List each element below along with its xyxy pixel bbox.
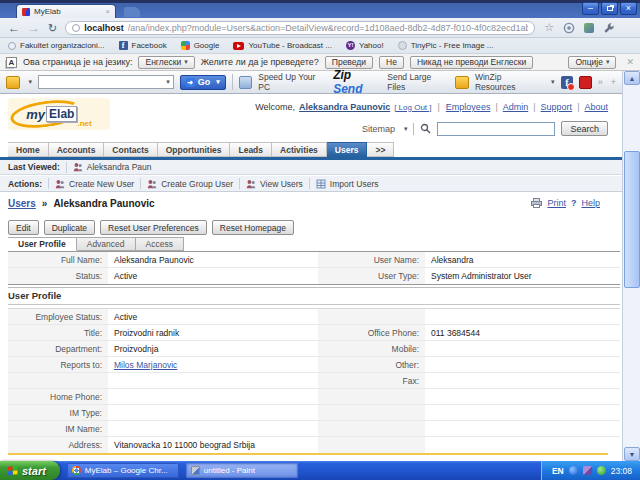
system-tray: EN 23:08 <box>541 461 640 480</box>
record-action-button[interactable]: Edit <box>8 220 39 235</box>
field-value <box>425 389 620 404</box>
user-icon <box>246 179 256 189</box>
bookmark-item[interactable]: YouTube - Broadcast ... <box>233 41 331 50</box>
toolbar-add-icon[interactable]: + <box>611 77 616 87</box>
bookmark-star-icon[interactable]: ☆ <box>544 21 554 34</box>
myelab-logo[interactable]: myElab.net <box>8 98 110 130</box>
back-button-icon[interactable]: ← <box>8 22 20 34</box>
record-action-buttons: EditDuplicateReset User PreferencesReset… <box>8 220 294 235</box>
detail-tab[interactable]: User Profile <box>8 237 77 251</box>
start-button[interactable]: start <box>0 461 60 480</box>
reload-button-icon[interactable]: ↻ <box>48 22 57 34</box>
tray-icon-green[interactable] <box>597 466 606 475</box>
scroll-down-icon[interactable]: ▼ <box>624 447 640 461</box>
go-button[interactable]: ➜Go▾ <box>180 75 226 90</box>
restore-button[interactable] <box>601 2 618 15</box>
action-item[interactable]: Create New User <box>55 179 134 189</box>
record-action-button[interactable]: Reset Homepage <box>212 220 294 235</box>
action-item[interactable]: View Users <box>246 179 303 189</box>
extension-eye-icon[interactable] <box>563 22 575 34</box>
header-link[interactable]: Admin <box>503 102 529 112</box>
field-value: Proizvodni radnik <box>108 325 318 340</box>
header-link[interactable]: Support <box>541 102 573 112</box>
bookmark-item[interactable]: TinyPic - Free Image ... <box>398 41 494 50</box>
toolbar-overflow-icon[interactable]: » <box>598 77 603 87</box>
infobar-close-icon[interactable]: ✕ <box>626 57 634 67</box>
extension-square-icon[interactable] <box>584 23 594 33</box>
tab-close-icon[interactable]: × <box>105 8 110 16</box>
sitemap-label[interactable]: Sitemap <box>362 124 395 134</box>
translate-button[interactable]: Преведи <box>325 56 373 69</box>
translate-options-button[interactable]: Опције▾ <box>568 56 616 69</box>
wrench-menu-icon[interactable] <box>603 22 615 34</box>
module-tab[interactable]: Opportunities <box>158 142 231 157</box>
detail-tab[interactable]: Advanced <box>77 237 136 251</box>
print-icon[interactable] <box>531 198 542 208</box>
table-row: Address: Vitanovacka 10 11000 beograd Sr… <box>8 437 620 453</box>
module-tab[interactable]: >> <box>367 142 394 157</box>
record-action-button[interactable]: Reset User Preferences <box>100 220 207 235</box>
module-tab[interactable]: Activities <box>272 142 327 157</box>
winzip-icon[interactable] <box>6 76 20 89</box>
detail-tab[interactable]: Access <box>136 237 184 251</box>
search-button[interactable]: Search <box>561 121 608 136</box>
bookmark-favicon-icon <box>346 41 355 50</box>
vertical-scrollbar[interactable]: ▲ ▼ <box>622 71 640 461</box>
winzip-resources-label[interactable]: WinZip Resources <box>475 72 542 92</box>
breadcrumb-module-link[interactable]: Users <box>8 198 36 209</box>
last-viewed-item[interactable]: Aleksandra Paun <box>73 162 152 172</box>
last-viewed-label: Last Viewed: <box>8 162 60 172</box>
browser-tab[interactable]: MyElab × <box>16 4 116 18</box>
chevron-down-icon[interactable]: ▾ <box>29 78 33 86</box>
current-user-link[interactable]: Aleksandra Paunovic <box>299 102 390 112</box>
toolbar-search-input[interactable]: ▾ <box>38 75 174 89</box>
action-item[interactable]: Create Group User <box>147 179 233 189</box>
close-button[interactable]: × <box>620 2 637 15</box>
new-tab-button[interactable] <box>124 7 140 17</box>
bookmark-item[interactable]: Fakultet organizacioni... <box>8 41 105 50</box>
facebook-notification-icon[interactable] <box>561 76 574 89</box>
record-action-button[interactable]: Duplicate <box>44 220 95 235</box>
forward-button-icon[interactable]: → <box>28 22 40 34</box>
field-value[interactable]: Milos Marjanovic <box>108 357 318 372</box>
zipsend-logo[interactable]: Zip Send <box>333 68 381 96</box>
table-row: Fax: <box>8 373 620 389</box>
scrollbar-thumb[interactable] <box>624 151 640 288</box>
bookmark-item[interactable]: Yahoo! <box>346 41 384 50</box>
module-tab[interactable]: Home <box>8 142 49 157</box>
module-tab[interactable]: Leads <box>230 142 272 157</box>
red-badge-icon[interactable] <box>579 76 592 89</box>
speedup-label[interactable]: Speed Up Your PC <box>258 72 327 92</box>
language-indicator[interactable]: EN <box>552 466 564 476</box>
send-large-files-label[interactable]: Send Large Files <box>387 72 449 92</box>
module-tab[interactable]: Users <box>327 142 368 157</box>
no-translate-button[interactable]: Не <box>379 56 404 69</box>
chevron-down-icon[interactable]: ▾ <box>551 78 555 86</box>
bookmark-item[interactable]: Google <box>181 41 220 50</box>
table-row: IM Name: <box>8 421 620 437</box>
taskbar-window-button[interactable]: untitled - Paint <box>186 463 298 478</box>
chevron-down-icon: ▾ <box>216 78 220 86</box>
module-tab[interactable]: Contacts <box>104 142 157 157</box>
user-icon <box>55 179 65 189</box>
action-item[interactable]: Import Users <box>316 179 379 189</box>
tray-icon-blue[interactable] <box>569 466 578 475</box>
taskbar-window-button[interactable]: MyElab – Google Chr... <box>67 463 179 478</box>
scroll-up-icon[interactable]: ▲ <box>624 71 640 85</box>
print-link[interactable]: Print <box>547 198 566 208</box>
search-input[interactable] <box>437 122 555 136</box>
field-label: IM Name: <box>8 421 108 436</box>
help-link[interactable]: Help <box>581 198 600 208</box>
header-link[interactable]: Employees <box>446 102 491 112</box>
language-select[interactable]: Енглески▾ <box>138 56 194 69</box>
bookmark-item[interactable]: Facebook <box>119 41 167 50</box>
field-value <box>425 309 620 324</box>
module-tab[interactable]: Accounts <box>49 142 105 157</box>
minimize-button[interactable]: – <box>582 2 599 15</box>
tray-icon-purple[interactable] <box>583 466 592 475</box>
logout-link[interactable]: [ Log Out ] <box>394 103 431 112</box>
never-translate-button[interactable]: Никад не преводи Енглески <box>410 56 533 69</box>
breadcrumb-record: Aleksandra Paunovic <box>53 198 154 209</box>
header-link[interactable]: About <box>584 102 608 112</box>
address-bar[interactable]: localhost/ana/index.php?module=Users&act… <box>65 21 535 35</box>
